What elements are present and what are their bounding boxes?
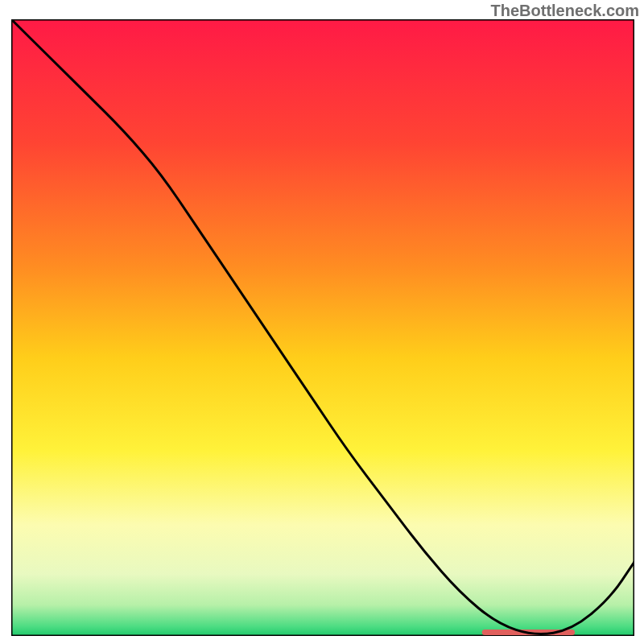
watermark-label: TheBottleneck.com bbox=[491, 2, 639, 20]
chart-container: TheBottleneck.com bbox=[0, 0, 644, 644]
plot-area bbox=[11, 19, 634, 636]
chart-svg bbox=[11, 19, 634, 636]
